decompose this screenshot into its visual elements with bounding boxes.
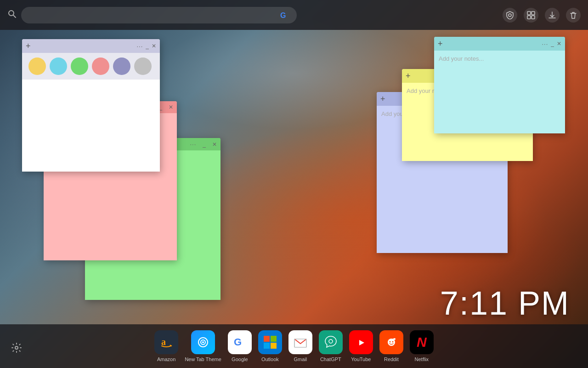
chatgpt-icon xyxy=(319,330,343,354)
newtabtheme-icon xyxy=(191,330,215,354)
swatch-cyan[interactable] xyxy=(50,58,67,75)
amazon-icon: a xyxy=(154,330,178,354)
clock-display: 7:11 PM xyxy=(440,284,570,322)
note-green-minimize-btn[interactable]: _ xyxy=(203,141,206,148)
topbar: G xyxy=(0,0,588,30)
netflix-label: Netflix xyxy=(415,356,429,362)
svg-text:G: G xyxy=(234,336,242,348)
grid-icon-btn[interactable] xyxy=(524,8,538,23)
note-lavender-add-btn[interactable]: + xyxy=(380,95,385,103)
note1-add-btn[interactable]: + xyxy=(26,42,31,50)
google-logo-icon: G xyxy=(279,10,289,20)
note1-header: + ··· _ ✕ xyxy=(22,39,160,53)
reddit-label: Reddit xyxy=(384,356,399,362)
svg-point-20 xyxy=(389,341,390,343)
outlook-label: Outlook xyxy=(261,356,279,362)
dock-item-youtube[interactable]: YouTube xyxy=(349,330,373,362)
svg-point-12 xyxy=(202,341,204,343)
note-yellow-add-btn[interactable]: + xyxy=(406,72,411,80)
youtube-label: YouTube xyxy=(351,356,371,362)
note-cyan-menu-btn[interactable]: ··· xyxy=(542,40,548,47)
amazon-label: Amazon xyxy=(157,356,175,362)
swatch-yellow[interactable] xyxy=(28,58,46,75)
dock-item-chatgpt[interactable]: ChatGPT xyxy=(319,330,343,362)
address-bar[interactable]: G xyxy=(21,7,297,23)
newtabtheme-label: New Tab Theme xyxy=(185,356,221,362)
dock-item-google[interactable]: G Google xyxy=(228,330,252,362)
svg-point-8 xyxy=(15,346,18,349)
swatch-purple[interactable] xyxy=(113,58,130,75)
svg-text:G: G xyxy=(280,12,286,19)
trash-icon-btn[interactable] xyxy=(566,8,581,23)
note1-content[interactable] xyxy=(22,80,160,172)
note1-minimize-btn[interactable]: _ xyxy=(146,43,149,49)
swatch-green[interactable] xyxy=(71,58,88,75)
dock-item-newtabtheme[interactable]: New Tab Theme xyxy=(185,330,221,362)
chatgpt-label: ChatGPT xyxy=(320,356,341,362)
sticky-note-1: + ··· _ ✕ xyxy=(22,39,160,172)
svg-text:a: a xyxy=(161,337,166,347)
swatch-pink[interactable] xyxy=(92,58,109,75)
note-green-close-btn[interactable]: ✕ xyxy=(212,141,217,148)
color-swatches xyxy=(22,53,160,80)
note-pink-close-btn[interactable]: ✕ xyxy=(169,104,173,110)
clock-time: 7:11 PM xyxy=(440,285,570,322)
dock-item-reddit[interactable]: Reddit xyxy=(379,330,403,362)
shield-icon-btn[interactable] xyxy=(503,8,517,23)
note-green-menu-btn[interactable]: ··· xyxy=(190,141,196,148)
netflix-icon: N xyxy=(410,330,434,354)
note-cyan-add-btn[interactable]: + xyxy=(438,40,443,48)
dock-item-outlook[interactable]: Outlook xyxy=(258,330,282,362)
dock-item-amazon[interactable]: a Amazon xyxy=(154,330,178,362)
note-cyan-header: + ··· _ ✕ xyxy=(434,37,565,51)
dock-item-netflix[interactable]: N Netflix xyxy=(410,330,434,362)
swatch-gray[interactable] xyxy=(134,58,152,75)
outlook-icon xyxy=(258,330,282,354)
note1-close-btn[interactable]: ✕ xyxy=(152,43,156,49)
dock-item-gmail[interactable]: Gmail xyxy=(288,330,312,362)
gmail-label: Gmail xyxy=(294,356,307,362)
google-icon: G xyxy=(228,330,252,354)
note-cyan-close-btn[interactable]: ✕ xyxy=(557,40,561,47)
sticky-note-cyan: + ··· _ ✕ Add your notes... xyxy=(434,37,565,133)
note-cyan-body[interactable]: Add your notes... xyxy=(434,51,565,133)
search-icon[interactable] xyxy=(7,9,17,21)
svg-rect-5 xyxy=(531,12,535,15)
svg-line-1 xyxy=(13,15,16,18)
note1-menu-btn[interactable]: ··· xyxy=(136,43,143,50)
gmail-icon xyxy=(288,330,312,354)
note-cyan-minimize-btn[interactable]: _ xyxy=(551,40,554,47)
svg-point-3 xyxy=(509,14,511,17)
download-icon-btn[interactable] xyxy=(545,8,560,23)
note-cyan-placeholder: Add your notes... xyxy=(439,55,484,62)
settings-button[interactable] xyxy=(9,340,24,355)
windows-grid-icon xyxy=(264,336,277,349)
reddit-icon xyxy=(379,330,403,354)
google-label: Google xyxy=(232,356,248,362)
dock: a Amazon New Tab Theme G Google xyxy=(0,324,588,368)
svg-point-15 xyxy=(329,339,333,343)
svg-rect-4 xyxy=(527,12,531,15)
topbar-right xyxy=(503,8,581,23)
svg-point-21 xyxy=(392,341,393,343)
svg-rect-6 xyxy=(527,16,531,19)
youtube-icon xyxy=(349,330,373,354)
svg-rect-7 xyxy=(531,16,535,19)
